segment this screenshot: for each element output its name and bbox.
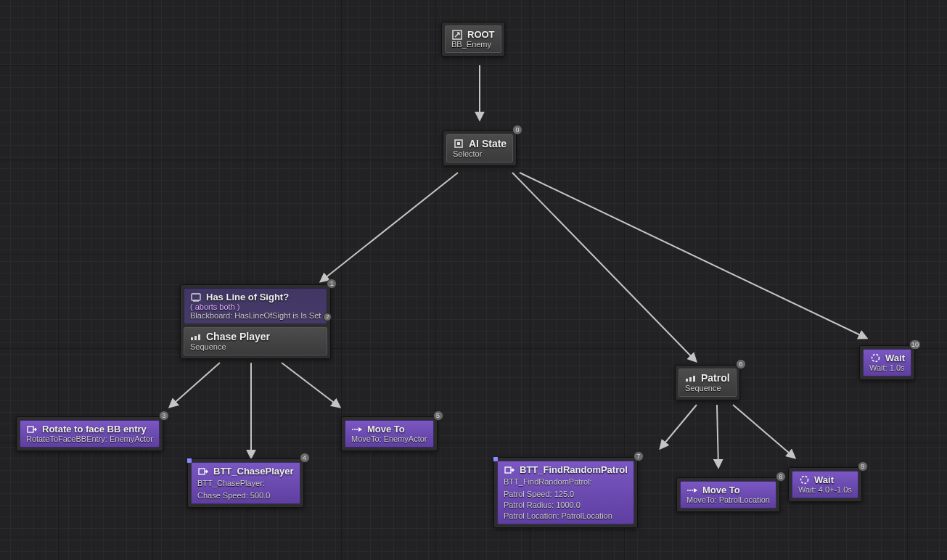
svg-point-28 [689,490,691,491]
decorator-title: Has Line of Sight? [206,292,289,302]
chase-title: Chase Player [206,331,270,342]
node-btt-findrandompatrol[interactable]: 7 BTT_FindRandomPatrol BTT_FindRandomPat… [493,457,638,528]
ai-state-title: AI State [469,138,507,149]
decorator-has-line-of-sight[interactable]: 2 Has Line of Sight? ( aborts both ) Bla… [184,288,327,324]
btt-find-sub4: Patrol Location: PatrolLocation [504,511,628,520]
svg-point-20 [352,429,353,430]
svg-rect-23 [686,379,688,382]
node-ai-state[interactable]: 0 AI State Selector [443,131,517,166]
blueprint-marker [187,458,192,463]
task-icon [197,466,209,477]
selector-icon [453,139,464,149]
wait2-title: Wait [814,474,834,485]
wait-icon [869,353,881,363]
wait1-title: Wait [885,353,905,363]
index-badge: 2 [323,313,332,321]
svg-rect-25 [693,376,695,382]
blueprint-marker [493,457,498,461]
svg-rect-18 [28,427,33,432]
svg-rect-26 [505,467,511,473]
moveto2-sub: MoveTo: PatrolLocation [686,495,770,504]
svg-point-29 [692,490,693,491]
root-title: ROOT [467,29,495,40]
wait-icon [798,475,810,485]
btt-find-title: BTT_FindRandomPatrol [520,464,628,475]
svg-rect-13 [192,294,200,300]
index-badge: 8 [776,472,786,482]
node-moveto-enemy[interactable]: 5 Move To MoveTo: EnemyActor [341,416,438,451]
svg-rect-12 [457,142,460,145]
node-rotate[interactable]: 3 Rotate to face BB entry RotateToFaceBB… [16,416,163,451]
svg-point-30 [800,477,808,484]
task-icon [26,424,38,435]
index-badge: 7 [634,451,644,461]
btt-chase-title: BTT_ChasePlayer [213,466,294,477]
index-badge: 6 [736,359,746,369]
node-root[interactable]: ROOT BB_Enemy [441,22,505,57]
svg-rect-15 [191,337,193,340]
sequence-icon [190,332,202,342]
moveto2-title: Move To [702,485,740,495]
index-badge: 9 [858,461,868,472]
decorator-bb: Blackboard: HasLineOfSight is Is Set [190,311,321,320]
node-wait[interactable]: 10 Wait Wait: 1.0s [859,345,915,380]
svg-rect-16 [194,336,197,340]
btt-find-sub3: Patrol Radius: 1000.0 [504,501,628,509]
btt-chase-sub2: Chase Speed: 500.0 [197,491,294,500]
svg-point-22 [356,429,358,430]
moveto-sub: MoveTo: EnemyActor [351,435,427,443]
svg-point-21 [354,429,356,430]
node-chase-player[interactable]: 1 2 Has Line of Sight? ( aborts both ) B… [180,284,331,359]
wait1-sub: Wait: 1.0s [869,363,905,372]
patrol-sub: Sequence [685,384,730,392]
svg-rect-24 [689,377,692,382]
svg-point-31 [872,355,879,362]
ai-state-sub: Selector [453,149,507,158]
chase-sub: Sequence [190,342,321,351]
root-sub: BB_Enemy [451,40,495,49]
svg-point-27 [687,490,689,491]
patrol-title: Patrol [701,372,730,384]
moveto-icon [686,485,698,495]
task-icon [504,465,515,475]
btt-chase-sub1: BTT_ChasePlayer: [197,479,294,487]
index-badge: 3 [159,411,169,421]
moveto-title: Move To [367,424,405,435]
node-patrol[interactable]: 6 Patrol Sequence [675,365,740,400]
blackboard-icon [190,292,202,302]
wait2-sub: Wait: 4.0+-1.0s [798,485,852,494]
root-icon [451,30,463,40]
index-badge: 10 [909,339,921,350]
btt-find-sub2: Patrol Speed: 125.0 [504,490,628,498]
sequence-icon [685,373,697,383]
svg-rect-19 [199,469,205,474]
node-moveto-patrol[interactable]: 8 Move To MoveTo: PatrolLocation [676,477,780,512]
rotate-sub: RotateToFaceBBEntry: EnemyActor [26,435,153,443]
node-wait-patrol[interactable]: 9 Wait Wait: 4.0+-1.0s [788,467,862,502]
index-badge: 5 [433,411,443,421]
moveto-icon [351,424,363,435]
rotate-title: Rotate to face BB entry [42,424,147,435]
btt-find-sub1: BTT_FindRandomPatrol: [504,477,628,486]
svg-rect-17 [198,334,200,340]
node-btt-chaseplayer[interactable]: 4 BTT_ChasePlayer BTT_ChasePlayer: Chase… [187,458,304,508]
index-badge: 4 [300,453,310,463]
decorator-abort: ( aborts both ) [190,302,321,311]
